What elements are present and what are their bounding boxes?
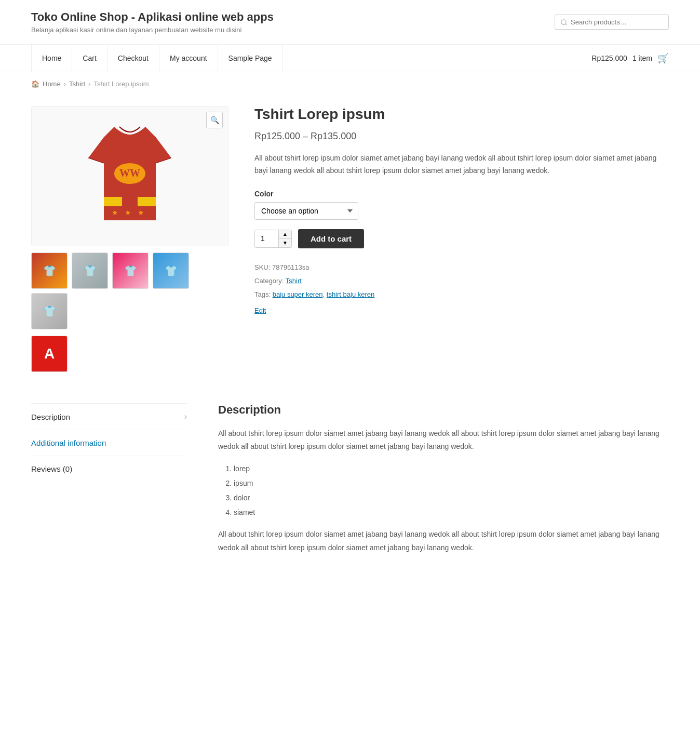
- product-title: Tshirt Lorep ipsum: [254, 106, 669, 123]
- color-select[interactable]: Choose an option: [254, 202, 358, 220]
- tags-row: Tags: baju super keren, tshirt baju kere…: [254, 288, 669, 301]
- list-item-4: siamet: [234, 505, 669, 520]
- svg-text:WW: WW: [119, 167, 140, 179]
- tabs-section: Description › Additional information Rev…: [0, 393, 700, 583]
- site-branding: Toko Online Shop - Aplikasi online web a…: [31, 10, 274, 34]
- thumb-icon-5: 👕: [43, 305, 56, 317]
- search-icon: [560, 19, 568, 26]
- product-area: 🔍 WW ★ ★ ★: [0, 96, 700, 393]
- sku-label: SKU:: [254, 263, 270, 271]
- tab-content: Description › Additional information Rev…: [31, 403, 669, 563]
- qty-decrement[interactable]: ▼: [279, 239, 291, 247]
- cart-icon[interactable]: 🛒: [657, 52, 669, 64]
- thumbnails-row2: A: [31, 336, 228, 372]
- tab-body: Description All about tshirt lorep ipsum…: [218, 403, 669, 563]
- angular-letter: A: [44, 346, 55, 362]
- nav-myaccount[interactable]: My account: [159, 45, 218, 72]
- thumbnails: 👕 👕 👕 👕 👕: [31, 253, 228, 329]
- breadcrumb: 🏠 Home › Tshirt › Tshirt Lorep ipsum: [0, 72, 700, 96]
- breadcrumb-home-icon: 🏠: [31, 80, 39, 88]
- product-main-image: WW ★ ★ ★: [78, 116, 182, 236]
- thumb-4[interactable]: 👕: [153, 253, 189, 289]
- search-form[interactable]: [555, 15, 669, 30]
- qty-increment[interactable]: ▲: [279, 230, 291, 239]
- qty-spinner: ▲ ▼: [278, 230, 291, 247]
- svg-line-1: [566, 23, 567, 25]
- breadcrumb-sep2: ›: [88, 80, 90, 88]
- product-info: Tshirt Lorep ipsum Rp125.000 – Rp135.000…: [254, 106, 669, 372]
- search-input[interactable]: [571, 18, 663, 26]
- description-body-1: All about tshirt lorep ipsum dolor siame…: [218, 427, 669, 453]
- breadcrumb-home[interactable]: Home: [43, 80, 61, 88]
- tab-additional-label: Additional information: [31, 439, 106, 447]
- product-price: Rp125.000 – Rp135.000: [254, 131, 669, 142]
- category-row: Category: Tshirt: [254, 274, 669, 288]
- tags-label: Tags:: [254, 290, 271, 298]
- thumb-1[interactable]: 👕: [31, 253, 68, 289]
- breadcrumb-sep1: ›: [64, 80, 66, 88]
- thumb-angular[interactable]: A: [31, 336, 68, 372]
- category-label: Category:: [254, 277, 284, 285]
- nav-checkout[interactable]: Checkout: [107, 45, 159, 72]
- product-meta: SKU: 78795113sa Category: Tshirt Tags: b…: [254, 261, 669, 301]
- nav-cart[interactable]: Cart: [72, 45, 107, 72]
- list-item-2: ipsum: [234, 476, 669, 490]
- edit-link[interactable]: Edit: [254, 307, 266, 314]
- tab-additional-info[interactable]: Additional information: [31, 430, 187, 456]
- breadcrumb-current: Tshirt Lorep ipsum: [93, 80, 149, 88]
- thumb-5[interactable]: 👕: [31, 293, 68, 329]
- list-item-3: dolor: [234, 490, 669, 505]
- color-label: Color: [254, 190, 669, 198]
- qty-wrapper[interactable]: ▲ ▼: [254, 230, 292, 248]
- tab-description[interactable]: Description ›: [31, 403, 187, 430]
- tab-reviews-label: Reviews (0): [31, 464, 72, 473]
- add-to-cart-row: ▲ ▼ Add to cart: [254, 229, 669, 248]
- category-link[interactable]: Tshirt: [286, 277, 302, 285]
- tab-reviews[interactable]: Reviews (0): [31, 456, 187, 482]
- thumb-icon-4: 👕: [165, 264, 178, 277]
- main-image-wrapper: 🔍 WW ★ ★ ★: [31, 106, 228, 246]
- nav-links: Home Cart Checkout My account Sample Pag…: [31, 45, 283, 72]
- tab-description-label: Description: [31, 413, 70, 421]
- nav-home[interactable]: Home: [31, 45, 72, 72]
- thumb-3[interactable]: 👕: [112, 253, 149, 289]
- svg-point-0: [561, 19, 566, 24]
- breadcrumb-category[interactable]: Tshirt: [69, 80, 85, 88]
- sku-row: SKU: 78795113sa: [254, 261, 669, 274]
- site-header: Toko Online Shop - Aplikasi online web a…: [0, 0, 700, 45]
- site-title[interactable]: Toko Online Shop - Aplikasi online web a…: [31, 10, 274, 24]
- zoom-button[interactable]: 🔍: [206, 112, 223, 128]
- description-body-2: All about tshirt lorep ipsum dolor siame…: [218, 528, 669, 554]
- product-description: All about tshirt lorep ipsum dolor siame…: [254, 152, 669, 177]
- svg-text:★: ★: [138, 208, 144, 217]
- tag-2[interactable]: tshirt baju keren: [327, 290, 375, 298]
- list-item-1: lorep: [234, 461, 669, 476]
- cart-info[interactable]: Rp125.000 1 item 🛒: [591, 52, 669, 64]
- thumb-icon-2: 👕: [84, 264, 97, 277]
- product-gallery: 🔍 WW ★ ★ ★: [31, 106, 228, 372]
- description-heading: Description: [218, 403, 669, 417]
- sku-value: 78795113sa: [272, 263, 309, 271]
- description-list: lorep ipsum dolor siamet: [234, 461, 669, 520]
- tab-description-chevron: ›: [184, 412, 187, 421]
- svg-text:★: ★: [112, 208, 118, 217]
- thumb-icon-1: 👕: [43, 264, 56, 277]
- tab-nav: Description › Additional information Rev…: [31, 403, 187, 563]
- thumb-2[interactable]: 👕: [72, 253, 108, 289]
- nav-samplepage[interactable]: Sample Page: [218, 45, 283, 72]
- thumb-icon-3: 👕: [124, 264, 137, 277]
- site-subtitle: Belanja aplikasi kasir online dan layana…: [31, 26, 274, 34]
- cart-item-count: 1 item: [632, 54, 652, 62]
- svg-rect-5: [122, 197, 138, 206]
- tag-1[interactable]: baju super keren: [273, 290, 323, 298]
- cart-amount: Rp125.000: [591, 54, 627, 62]
- main-nav: Home Cart Checkout My account Sample Pag…: [0, 45, 700, 72]
- svg-text:★: ★: [125, 208, 131, 217]
- add-to-cart-button[interactable]: Add to cart: [298, 229, 364, 248]
- qty-input[interactable]: [255, 230, 278, 247]
